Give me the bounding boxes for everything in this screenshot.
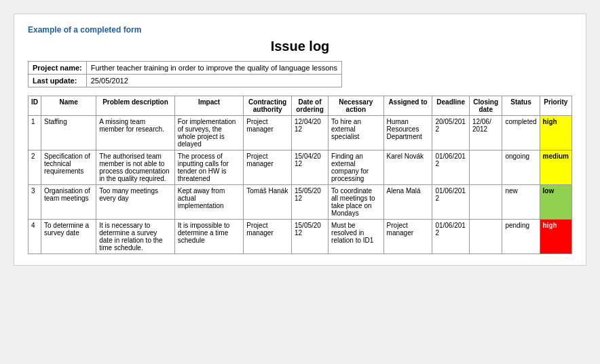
last-update-value: 25/05/2012	[86, 75, 341, 87]
cell-name: To determine a survey date	[41, 220, 96, 254]
cell-action: To hire an external specialist	[329, 116, 384, 150]
example-label: Example of a completed form	[28, 25, 572, 35]
cell-closing	[469, 185, 502, 220]
cell-id: 3	[29, 185, 41, 220]
cell-date: 15/05/20 12	[292, 185, 329, 220]
table-row: 1StaffingA missing team member for resea…	[29, 116, 572, 150]
col-deadline: Deadline	[432, 96, 470, 116]
cell-contracting: Project manager	[244, 220, 292, 254]
cell-name: Staffing	[41, 116, 96, 150]
table-row: 2Specification of technical requirements…	[29, 150, 572, 185]
cell-name: Organisation of team meetings	[41, 185, 96, 220]
cell-problem: Too many meetings every day	[96, 185, 175, 220]
col-contracting: Contracting authority	[244, 96, 292, 116]
cell-date: 15/04/20 12	[292, 150, 329, 185]
page-title: Issue log	[28, 39, 572, 54]
col-problem: Problem description	[96, 96, 175, 116]
cell-action: To coordinate all meetings to take place…	[329, 185, 384, 220]
last-update-label: Last update:	[29, 75, 87, 87]
col-assigned: Assigned to	[383, 96, 432, 116]
cell-closing	[469, 220, 502, 254]
cell-deadline: 20/05/201 2	[432, 116, 470, 150]
col-closing: Closing date	[469, 96, 502, 116]
project-name-label: Project name:	[29, 62, 87, 75]
cell-deadline: 01/06/201 2	[432, 150, 470, 185]
cell-contracting: Project manager	[244, 116, 292, 150]
cell-impact: For implementation of surveys, the whole…	[174, 116, 244, 150]
issue-log-table: ID Name Problem description Impact Contr…	[28, 96, 572, 254]
cell-problem: A missing team member for research.	[96, 116, 175, 150]
cell-status: completed	[502, 116, 540, 150]
cell-assigned: Alena Malá	[383, 185, 432, 220]
project-info-table: Project name: Further teacher training i…	[28, 61, 342, 87]
cell-closing	[469, 150, 502, 185]
cell-assigned: Karel Novák	[383, 150, 432, 185]
page-container: Example of a completed form Issue log Pr…	[14, 14, 586, 266]
cell-priority: low	[540, 185, 571, 220]
col-necessary-action: Necessary action	[329, 96, 384, 116]
cell-priority: medium	[540, 150, 571, 185]
cell-priority: high	[540, 116, 571, 150]
cell-contracting: Project manager	[244, 150, 292, 185]
cell-date: 15/05/20 12	[292, 220, 329, 254]
cell-date: 12/04/20 12	[292, 116, 329, 150]
cell-problem: The authorised team member is not able t…	[96, 150, 175, 185]
project-name-value: Further teacher training in order to imp…	[86, 62, 341, 75]
col-priority: Priority	[540, 96, 571, 116]
cell-id: 2	[29, 150, 41, 185]
cell-id: 1	[29, 116, 41, 150]
col-impact: Impact	[174, 96, 244, 116]
cell-problem: It is necessary to determine a survey da…	[96, 220, 175, 254]
cell-assigned: Project manager	[383, 220, 432, 254]
cell-contracting: Tomáš Hanák	[244, 185, 292, 220]
cell-id: 4	[29, 220, 41, 254]
cell-closing: 12/06/ 2012	[469, 116, 502, 150]
cell-name: Specification of technical requirements	[41, 150, 96, 185]
cell-action: Finding an external company for processi…	[329, 150, 384, 185]
table-row: 4To determine a survey dateIt is necessa…	[29, 220, 572, 254]
cell-impact: It is impossible to determine a time sch…	[174, 220, 244, 254]
cell-deadline: 01/06/201 2	[432, 220, 470, 254]
cell-impact: Kept away from actual implementation	[174, 185, 244, 220]
cell-status: new	[502, 185, 540, 220]
col-status: Status	[502, 96, 540, 116]
col-date-ordering: Date of ordering	[292, 96, 329, 116]
col-name: Name	[41, 96, 96, 116]
cell-priority: high	[540, 220, 571, 254]
col-id: ID	[29, 96, 41, 116]
cell-deadline: 01/06/201 2	[432, 185, 470, 220]
cell-status: ongoing	[502, 150, 540, 185]
cell-assigned: Human Resources Department	[383, 116, 432, 150]
table-row: 3Organisation of team meetingsToo many m…	[29, 185, 572, 220]
cell-action: Must be resolved in relation to ID1	[329, 220, 384, 254]
cell-status: pending	[502, 220, 540, 254]
cell-impact: The process of inputting calls for tende…	[174, 150, 244, 185]
